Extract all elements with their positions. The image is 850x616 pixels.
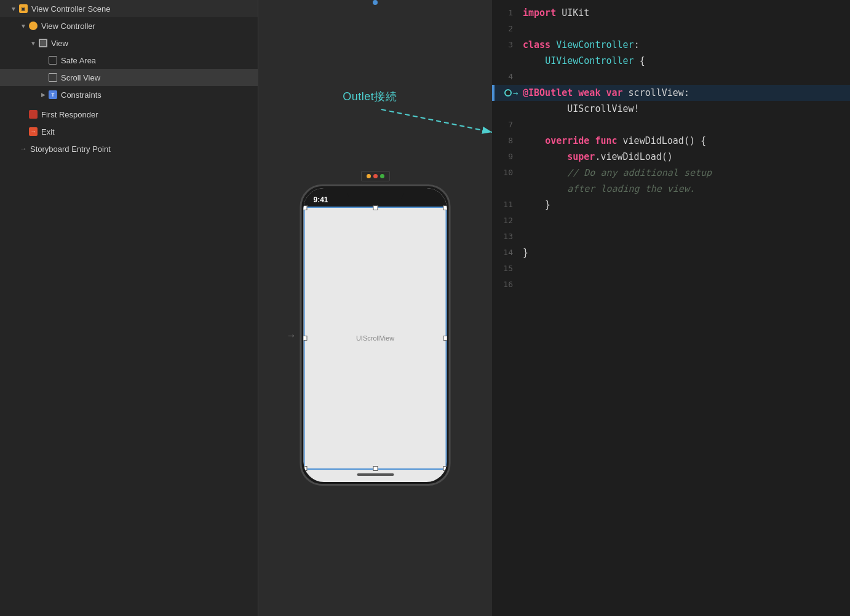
constraints-label: Constraints xyxy=(61,90,101,100)
handle-br xyxy=(443,466,447,471)
chevron-placeholder-fr xyxy=(20,111,27,118)
line-num-3: 3 xyxy=(492,37,523,53)
view-icon xyxy=(38,38,48,48)
code-line-15: 15 xyxy=(492,261,850,277)
document-outline: ▼ ▣ View Controller Scene ▼ View Control… xyxy=(0,0,258,616)
notch xyxy=(348,188,403,202)
line-num-12: 12 xyxy=(492,213,523,229)
safe-area-icon xyxy=(48,55,58,65)
exit-item[interactable]: → Exit xyxy=(0,123,258,140)
entry-point-item[interactable]: → Storyboard Entry Point xyxy=(0,140,258,157)
code-line-16: 16 xyxy=(492,277,850,293)
chevron-placeholder xyxy=(39,57,47,64)
line-num-16: 16 xyxy=(492,277,523,293)
line-content-8: override func viewDidLoad() { xyxy=(523,133,850,149)
chevron-down-icon-vc: ▼ xyxy=(20,22,27,30)
code-line-8: 8 override func viewDidLoad() { xyxy=(492,133,850,149)
line-content-14: } xyxy=(523,245,850,261)
scroll-view-overlay-label: UIScrollView xyxy=(356,334,394,342)
scroll-view-item[interactable]: Scroll View xyxy=(0,69,258,86)
first-responder-item[interactable]: First Responder xyxy=(0,106,258,123)
line-num-9: 9 xyxy=(492,149,523,165)
iphone-screen: 9:41 UIScrollView xyxy=(304,188,447,482)
code-line-4: 4 xyxy=(492,69,850,85)
dot-yellow xyxy=(367,174,371,178)
code-line-2: 2 xyxy=(492,21,850,37)
line-content-5b: @IBOutlet weak var scrollView: xyxy=(523,85,850,101)
top-indicator-dot xyxy=(373,0,378,5)
exit-icon: → xyxy=(28,127,38,136)
line-content-2 xyxy=(523,21,850,37)
scene-item[interactable]: ▼ ▣ View Controller Scene xyxy=(0,0,258,17)
outlet-arrow-icon: → xyxy=(513,85,518,101)
dot-red xyxy=(373,174,378,178)
line-num-8: 8 xyxy=(492,133,523,149)
safe-area-item[interactable]: Safe Area xyxy=(0,52,258,69)
view-item[interactable]: ▼ View xyxy=(0,34,258,52)
safe-area-label: Safe Area xyxy=(61,56,96,65)
line-num-15: 15 xyxy=(492,261,523,277)
constraints-icon: T xyxy=(48,90,58,100)
vc-label: View Controller xyxy=(41,22,95,31)
line-content-3: class ViewController: xyxy=(523,37,850,53)
handle-tm xyxy=(373,205,378,210)
line-content-12 xyxy=(523,213,850,229)
chevron-down-icon: ▼ xyxy=(10,5,17,12)
line-content-1: import UIKit xyxy=(523,5,850,21)
line-content-10: // Do any additional setup xyxy=(523,165,850,181)
line-content-16 xyxy=(523,277,850,293)
exit-label: Exit xyxy=(41,127,55,136)
handle-ml xyxy=(304,336,308,341)
handle-bm xyxy=(373,466,378,471)
iphone-mockup: → 9:41 UIScroll xyxy=(300,184,451,486)
scroll-view-label: Scroll View xyxy=(61,73,100,82)
line-num-14: 14 xyxy=(492,245,523,261)
scene-label: View Controller Scene xyxy=(31,4,110,14)
scroll-view-overlay: UIScrollView xyxy=(304,207,447,470)
code-line-1: 1 import UIKit xyxy=(492,5,850,21)
line-num-1: 1 xyxy=(492,5,523,21)
entry-point-icon: → xyxy=(20,144,27,153)
line-content-13 xyxy=(523,229,850,245)
code-editor: 1 import UIKit 2 3 class ViewController:… xyxy=(492,0,850,616)
view-label: View xyxy=(51,39,68,48)
handle-mr xyxy=(443,336,447,341)
outlet-label: Outlet接続 xyxy=(343,89,397,104)
outlet-bar2 xyxy=(492,85,495,101)
code-line-7: 7 xyxy=(492,117,850,133)
handle-bl xyxy=(304,466,308,471)
home-bar xyxy=(357,473,394,476)
code-line-10: 10 // Do any additional setup xyxy=(492,165,850,181)
chevron-down-icon-view: ▼ xyxy=(30,39,37,47)
line-num-7: 7 xyxy=(492,117,523,133)
outlet-circle xyxy=(504,89,512,97)
code-line-outlet: → @IBOutlet weak var scrollView: xyxy=(492,85,850,101)
line-content-15 xyxy=(523,261,850,277)
scene-icon: ▣ xyxy=(18,4,28,14)
view-controller-item[interactable]: ▼ View Controller xyxy=(0,17,258,34)
line-content-7 xyxy=(523,117,850,133)
chevron-right-constraints: ▶ xyxy=(39,91,47,98)
code-line-9: 9 super.viewDidLoad() xyxy=(492,149,850,165)
chevron-placeholder-exit xyxy=(20,128,27,135)
iphone-frame: 9:41 UIScrollView xyxy=(300,184,451,486)
line-num-2: 2 xyxy=(492,21,523,37)
dot-green xyxy=(380,174,384,178)
time-display: 9:41 xyxy=(314,195,328,204)
line-num-10: 10 xyxy=(492,165,523,181)
line-content-9: super.viewDidLoad() xyxy=(523,149,850,165)
chevron-placeholder-sv xyxy=(39,74,47,81)
entry-point-label: Storyboard Entry Point xyxy=(30,144,111,154)
code-line-12: 12 xyxy=(492,213,850,229)
first-responder-icon xyxy=(28,109,38,119)
code-line-3: 3 class ViewController: xyxy=(492,37,850,53)
code-editor-panel: 1 import UIKit 2 3 class ViewController:… xyxy=(492,0,850,616)
line-content-4 xyxy=(523,69,850,85)
line-content-10b: after loading the view. xyxy=(523,181,850,197)
line-content-11: } xyxy=(523,197,850,213)
line-content-sv: UIScrollView! xyxy=(523,101,850,117)
code-line-13: 13 xyxy=(492,229,850,245)
entry-arrow-icon: → xyxy=(287,330,296,341)
line-content-3b: UIViewController { xyxy=(523,53,850,69)
constraints-item[interactable]: ▶ T Constraints xyxy=(0,86,258,103)
